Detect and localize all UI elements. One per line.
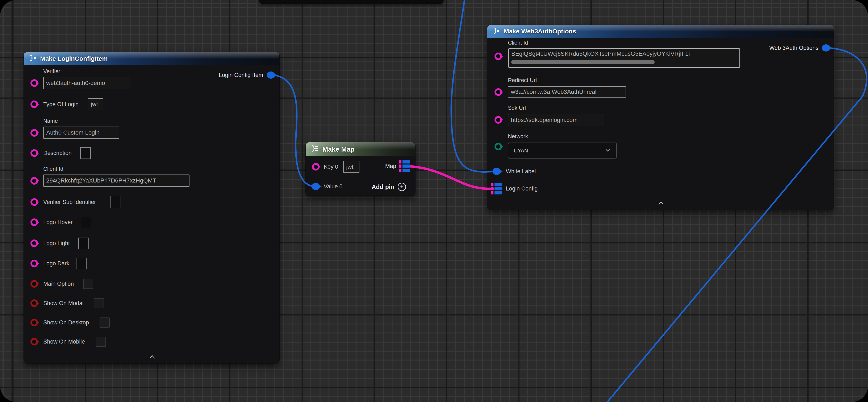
network-label: Network [508, 133, 528, 140]
verifier-label: Verifier [43, 68, 60, 75]
redirect-url-input[interactable]: w3a://com.w3a.Web3AuthUnreal [508, 86, 626, 97]
main-option-pin[interactable] [30, 280, 38, 288]
verifier-sub-identifier-pin[interactable] [30, 198, 38, 206]
make-struct-icon [28, 54, 37, 63]
show-on-modal-pin[interactable] [30, 299, 38, 307]
sdk-url-pin[interactable] [495, 116, 502, 124]
blueprint-graph-canvas[interactable]: Make LoginConfigItem Login Config Item V… [0, 0, 868, 402]
network-selected-value: CYAN [514, 148, 528, 154]
network-pin[interactable] [495, 143, 502, 150]
chevron-down-icon [605, 148, 611, 154]
redirect-url-pin[interactable] [495, 88, 502, 96]
value0-pin[interactable] [312, 183, 320, 190]
client-id-pin[interactable] [495, 53, 502, 60]
name-label: Name [43, 118, 58, 124]
redirect-url-label: Redirect Url [508, 77, 537, 84]
logo-light-pin[interactable] [30, 239, 38, 247]
logo-light-label: Logo Light [43, 240, 70, 247]
wire-map-to-login-config[interactable] [410, 166, 494, 189]
value0-label: Value 0 [324, 183, 343, 190]
make-struct-icon [492, 27, 500, 36]
add-pin-label: Add pin [372, 183, 394, 191]
client-id-pin[interactable] [30, 177, 38, 184]
show-on-desktop-checkbox[interactable] [100, 317, 110, 327]
chevron-up-icon [658, 201, 664, 205]
show-on-modal-label: Show On Modal [43, 300, 84, 307]
key0-label: Key 0 [324, 164, 338, 170]
client-id-scrollbar[interactable] [511, 60, 655, 64]
key0-input[interactable]: jwt [343, 161, 360, 173]
make-map-icon [310, 145, 319, 154]
logo-hover-input[interactable] [81, 217, 91, 228]
plus-icon: + [398, 183, 406, 191]
main-option-label: Main Option [43, 281, 74, 287]
node-make-map[interactable]: Make Map Key 0 jwt Map Value 0 Add pin + [306, 142, 415, 196]
collapse-node-button[interactable] [149, 355, 155, 360]
show-on-mobile-checkbox[interactable] [96, 337, 106, 347]
node-make-web3auth-options[interactable]: Make Web3AuthOptions Web 3Auth Options C… [487, 25, 834, 210]
name-pin[interactable] [30, 129, 38, 137]
node-title: Make Web3AuthOptions [504, 28, 576, 35]
type-of-login-label: Type Of Login [43, 101, 79, 108]
logo-hover-label: Logo Hover [43, 219, 73, 226]
network-dropdown[interactable]: CYAN [508, 143, 617, 159]
map-output-pin[interactable] [399, 161, 410, 172]
node-header[interactable]: Make LoginConfigItem [24, 52, 279, 65]
show-on-desktop-pin[interactable] [30, 319, 38, 326]
client-id-label: Client Id [43, 166, 63, 172]
show-on-modal-checkbox[interactable] [94, 298, 104, 308]
type-of-login-pin[interactable] [30, 100, 38, 108]
client-id-input[interactable]: BEglQSgt4cUWcj6SKRdu5QkOXTsePmMcusG5EAoy… [508, 48, 740, 68]
key0-pin[interactable] [312, 163, 319, 171]
white-label-pin[interactable] [493, 168, 501, 175]
verifier-input[interactable]: web3auth-auth0-demo [43, 77, 130, 89]
node-header[interactable]: Make Web3AuthOptions [487, 25, 834, 38]
name-input[interactable]: Auth0 Custom Login [43, 126, 119, 139]
login-config-label: Login Config [506, 185, 538, 192]
logo-hover-pin[interactable] [30, 219, 38, 226]
login-config-item-output-pin[interactable] [267, 71, 275, 79]
sdk-url-label: Sdk Url [508, 105, 526, 111]
main-option-checkbox[interactable] [83, 279, 93, 289]
verifier-pin[interactable] [30, 79, 38, 87]
login-config-item-output-label: Login Config Item [219, 72, 263, 79]
add-pin-button[interactable]: Add pin + [372, 183, 406, 191]
show-on-mobile-label: Show On Mobile [43, 339, 85, 345]
description-input[interactable] [80, 147, 91, 159]
logo-light-input[interactable] [79, 237, 89, 249]
white-label-label: White Label [506, 168, 536, 175]
node-title: Make LoginConfigItem [40, 55, 108, 62]
node-make-login-config-item[interactable]: Make LoginConfigItem Login Config Item V… [24, 52, 279, 363]
client-id-label: Client Id [508, 39, 528, 46]
sdk-url-input[interactable]: https://sdk.openlogin.com [508, 114, 604, 126]
login-config-pin[interactable] [491, 183, 502, 195]
description-pin[interactable] [30, 149, 38, 157]
logo-dark-pin[interactable] [30, 260, 38, 267]
verifier-sub-identifier-label: Verifier Sub Identifier [43, 199, 96, 205]
node-header[interactable]: Make Map [306, 142, 415, 156]
verifier-sub-identifier-input[interactable] [111, 196, 121, 208]
type-of-login-input[interactable]: jwt [88, 98, 103, 110]
show-on-mobile-pin[interactable] [30, 338, 38, 345]
logo-dark-input[interactable] [76, 258, 87, 269]
chevron-up-icon [149, 355, 155, 359]
show-on-desktop-label: Show On Desktop [43, 319, 89, 326]
description-label: Description [43, 150, 72, 156]
client-id-input[interactable]: 294QRkchfq2YaXUbPri7D6PH7xzHgQMT [43, 174, 189, 187]
web3auth-options-output-pin[interactable] [822, 45, 830, 52]
node-title: Make Map [322, 145, 354, 153]
offscreen-node-top[interactable] [259, 0, 444, 4]
collapse-node-button[interactable] [658, 201, 664, 206]
web3auth-options-output-label: Web 3Auth Options [769, 45, 818, 51]
logo-dark-label: Logo Dark [43, 260, 69, 267]
map-output-label: Map [385, 163, 396, 169]
